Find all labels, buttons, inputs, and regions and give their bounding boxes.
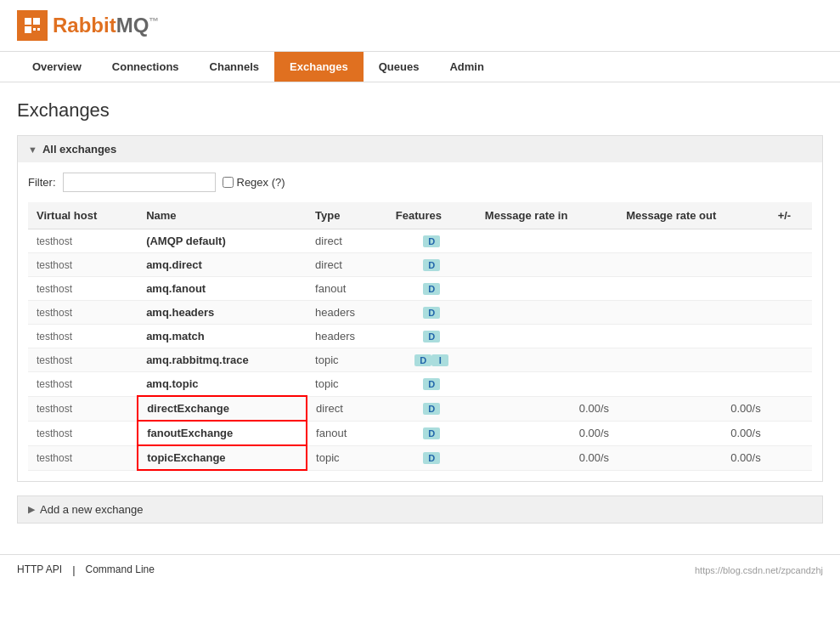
footer-url: https://blog.csdn.net/zpcandzhj	[695, 565, 823, 575]
table-row[interactable]: testhostamq.directdirectD	[28, 253, 812, 277]
col-header-features: Features	[387, 202, 476, 229]
table-row[interactable]: testhosttopicExchangetopicD0.00/s0.00/s	[28, 445, 812, 470]
cell-virtual-host: testhost	[28, 372, 138, 397]
feature-badge: D	[414, 354, 431, 366]
cell-rate-out	[617, 325, 770, 348]
cell-plus-minus	[770, 421, 812, 445]
feature-badge: I	[431, 354, 448, 366]
nav-item-exchanges[interactable]: Exchanges	[274, 52, 364, 82]
cell-plus-minus	[770, 277, 812, 301]
all-exchanges-title: All exchanges	[42, 143, 116, 156]
feature-badge: D	[423, 378, 440, 390]
nav: Overview Connections Channels Exchanges …	[0, 51, 840, 82]
col-header-name: Name	[138, 202, 307, 229]
nav-item-connections[interactable]: Connections	[97, 52, 194, 82]
cell-rate-out	[617, 277, 770, 301]
cell-name[interactable]: topicExchange	[138, 445, 307, 470]
cell-name[interactable]: amq.rabbitmq.trace	[138, 348, 307, 372]
cell-virtual-host: testhost	[28, 445, 138, 470]
svg-rect-3	[33, 28, 36, 31]
nav-item-channels[interactable]: Channels	[194, 52, 275, 82]
all-exchanges-body: Filter: Regex (?) Virtual host Name Type…	[18, 162, 822, 481]
header: RabbitMQ™	[0, 0, 840, 51]
table-row[interactable]: testhostdirectExchangedirectD0.00/s0.00/…	[28, 396, 812, 421]
feature-badge: D	[423, 235, 440, 247]
cell-type: topic	[307, 445, 387, 470]
nav-item-overview[interactable]: Overview	[17, 52, 97, 82]
cell-rate-out: 0.00/s	[617, 445, 770, 470]
nav-item-admin[interactable]: Admin	[434, 52, 499, 82]
cell-features: D	[387, 277, 476, 301]
table-row[interactable]: testhost(AMQP default)directD	[28, 229, 812, 253]
cell-features: D	[387, 253, 476, 277]
cell-virtual-host: testhost	[28, 396, 138, 421]
filter-regex-checkbox[interactable]	[223, 177, 234, 188]
cell-virtual-host: testhost	[28, 348, 138, 372]
footer-links: HTTP API | Command Line	[17, 563, 155, 576]
svg-rect-4	[37, 28, 40, 31]
cell-plus-minus	[770, 301, 812, 325]
cell-rate-out: 0.00/s	[617, 396, 770, 421]
cell-name[interactable]: amq.fanout	[138, 277, 307, 301]
cell-plus-minus	[770, 445, 812, 470]
add-exchange-header[interactable]: ▶ Add a new exchange	[18, 496, 822, 523]
col-header-virtual-host: Virtual host	[28, 202, 138, 229]
add-exchange-section: ▶ Add a new exchange	[17, 495, 823, 524]
cell-plus-minus	[770, 325, 812, 348]
cell-plus-minus	[770, 396, 812, 421]
cell-name[interactable]: amq.direct	[138, 253, 307, 277]
cell-features: D	[387, 396, 476, 421]
cell-plus-minus	[770, 348, 812, 372]
cell-virtual-host: testhost	[28, 421, 138, 445]
table-row[interactable]: testhostamq.topictopicD	[28, 372, 812, 397]
filter-input[interactable]	[63, 173, 216, 192]
svg-rect-5	[33, 32, 36, 35]
cell-rate-out	[617, 348, 770, 372]
cell-name[interactable]: directExchange	[138, 396, 307, 421]
feature-badge: D	[423, 427, 440, 439]
cell-name[interactable]: amq.match	[138, 325, 307, 348]
logo-text: RabbitMQ™	[53, 14, 159, 37]
cell-type: direct	[307, 229, 387, 253]
cell-type: headers	[307, 325, 387, 348]
cell-rate-in	[476, 372, 617, 397]
logo-icon	[17, 10, 48, 41]
cell-virtual-host: testhost	[28, 229, 138, 253]
add-exchange-arrow-icon: ▶	[28, 504, 35, 515]
feature-badge: D	[423, 283, 440, 295]
cell-type: headers	[307, 301, 387, 325]
cell-features: D	[387, 421, 476, 445]
cell-name[interactable]: fanoutExchange	[138, 421, 307, 445]
exchanges-table: Virtual host Name Type Features Message …	[28, 202, 812, 471]
cell-rate-out	[617, 301, 770, 325]
footer-http-api-link[interactable]: HTTP API	[17, 563, 62, 576]
table-row[interactable]: testhostamq.rabbitmq.tracetopicDI	[28, 348, 812, 372]
table-row[interactable]: testhostfanoutExchangefanoutD0.00/s0.00/…	[28, 421, 812, 445]
cell-type: topic	[307, 372, 387, 397]
nav-item-queues[interactable]: Queues	[364, 52, 435, 82]
cell-type: fanout	[307, 277, 387, 301]
cell-rate-in	[476, 277, 617, 301]
cell-plus-minus	[770, 253, 812, 277]
table-row[interactable]: testhostamq.fanoutfanoutD	[28, 277, 812, 301]
cell-plus-minus	[770, 372, 812, 397]
cell-name[interactable]: (AMQP default)	[138, 229, 307, 253]
all-exchanges-header[interactable]: ▼ All exchanges	[18, 136, 822, 162]
cell-rate-out: 0.00/s	[617, 421, 770, 445]
cell-features: D	[387, 325, 476, 348]
footer: HTTP API | Command Line https://blog.csd…	[0, 554, 840, 585]
svg-rect-1	[33, 18, 40, 25]
cell-name[interactable]: amq.topic	[138, 372, 307, 397]
col-header-rate-in: Message rate in	[476, 202, 617, 229]
footer-command-line-link[interactable]: Command Line	[86, 563, 155, 576]
filter-row: Filter: Regex (?)	[28, 173, 812, 192]
feature-badge: D	[423, 452, 440, 464]
cell-type: fanout	[307, 421, 387, 445]
cell-plus-minus	[770, 229, 812, 253]
cell-features: D	[387, 301, 476, 325]
filter-regex-label: Regex (?)	[237, 176, 285, 189]
table-row[interactable]: testhostamq.headersheadersD	[28, 301, 812, 325]
cell-rate-in	[476, 325, 617, 348]
table-row[interactable]: testhostamq.matchheadersD	[28, 325, 812, 348]
cell-name[interactable]: amq.headers	[138, 301, 307, 325]
